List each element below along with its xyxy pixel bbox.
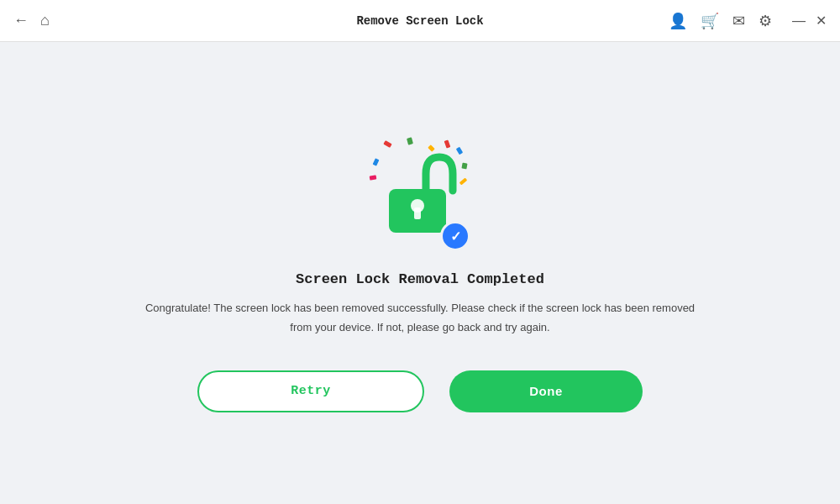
success-title: Screen Lock Removal Completed — [296, 271, 544, 287]
cart-icon[interactable]: 🛒 — [701, 12, 719, 30]
titlebar: ← ⌂ Remove Screen Lock 👤 🛒 ✉ ⚙ — ✕ — [0, 0, 840, 42]
account-icon[interactable]: 👤 — [669, 12, 687, 30]
home-button[interactable]: ⌂ — [40, 12, 50, 29]
titlebar-right: 👤 🛒 ✉ ⚙ — ✕ — [669, 12, 827, 30]
svg-rect-2 — [414, 207, 421, 219]
lock-illustration — [365, 134, 475, 251]
settings-icon[interactable]: ⚙ — [759, 12, 772, 30]
close-button[interactable]: ✕ — [816, 13, 827, 29]
mail-icon[interactable]: ✉ — [732, 12, 745, 30]
success-badge — [440, 221, 470, 251]
main-content: Screen Lock Removal Completed Congratula… — [0, 42, 840, 504]
back-button[interactable]: ← — [13, 12, 29, 29]
done-button[interactable]: Done — [449, 370, 643, 412]
retry-button[interactable]: Retry — [197, 370, 424, 412]
titlebar-left: ← ⌂ — [13, 12, 50, 29]
window-title: Remove Screen Lock — [356, 14, 483, 28]
window-controls: — ✕ — [792, 13, 827, 29]
button-row: Retry Done — [197, 370, 643, 412]
minimize-button[interactable]: — — [792, 13, 806, 29]
success-description: Congratulate! The screen lock has been r… — [134, 299, 706, 336]
